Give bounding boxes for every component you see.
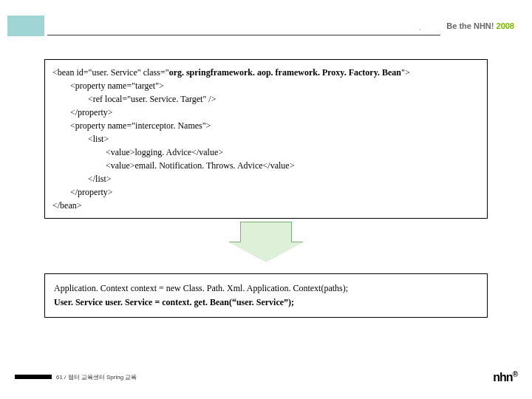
logo-text: nhn <box>493 371 512 383</box>
header-year: 2008 <box>497 21 514 30</box>
nhn-logo: nhn® <box>493 370 517 384</box>
code-text: <bean id="user. Service" class=" <box>52 67 169 78</box>
header-tagline: Be the NHN! 2008 <box>446 21 514 30</box>
xml-config-box: <bean id="user. Service" class="org. spr… <box>44 59 488 219</box>
header-color-block <box>7 16 44 36</box>
slide-header: ` Be the NHN! 2008 <box>0 15 517 37</box>
code-line: <value>logging. Advice</value> <box>52 146 480 159</box>
code-line: </bean> <box>52 199 480 212</box>
slide-footer: 61 / 웹터 교육센터 Spring 교육 nhn® <box>15 370 517 384</box>
code-line: <property name="interceptor. Names"> <box>52 119 480 132</box>
code-line: <list> <box>52 132 480 146</box>
footer-page-text: 61 / 웹터 교육센터 Spring 교육 <box>56 373 137 381</box>
header-divider <box>47 35 440 35</box>
header-tick-icon: ` <box>419 28 421 36</box>
usage-line: Application. Context context = new Class… <box>54 282 478 296</box>
code-line: <ref local="user. Service. Target" /> <box>52 92 480 106</box>
code-line: <bean id="user. Service" class="org. spr… <box>52 66 480 79</box>
code-line: </list> <box>52 172 480 185</box>
down-arrow-icon <box>229 222 303 266</box>
header-tag-text: Be the NHN! <box>446 21 494 30</box>
code-bold: org. springframework. aop. framework. Pr… <box>169 67 401 78</box>
java-usage-box: Application. Context context = new Class… <box>44 273 488 318</box>
code-line: </property> <box>52 185 480 199</box>
code-line: <property name="target"> <box>52 79 480 92</box>
code-line: </property> <box>52 106 480 119</box>
logo-dot-icon: ® <box>513 370 517 378</box>
code-text: "> <box>401 67 410 78</box>
footer-bar-icon <box>15 375 52 379</box>
code-line: <value>email. Notification. Throws. Advi… <box>52 159 480 172</box>
usage-line-bold: User. Service user. Service = context. g… <box>54 296 478 310</box>
